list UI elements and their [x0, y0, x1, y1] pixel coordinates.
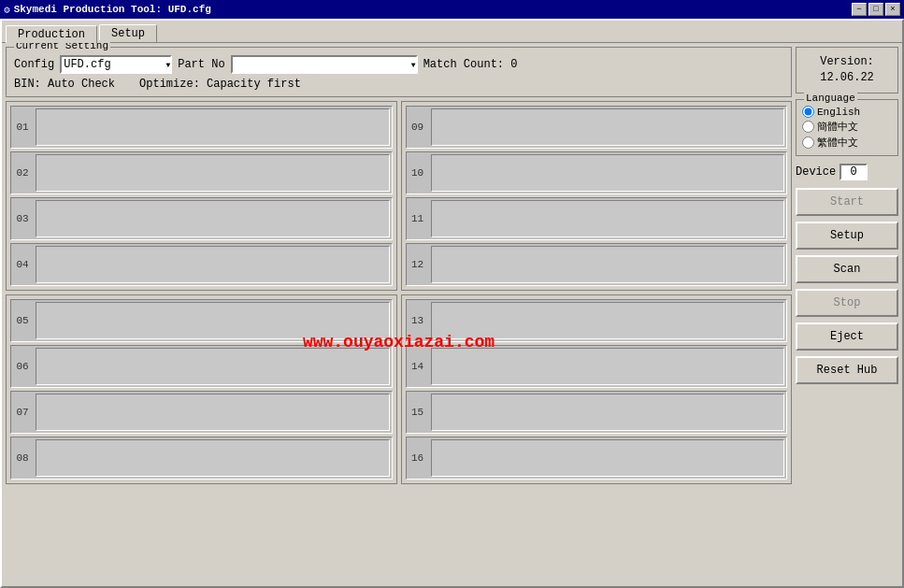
part-no-select[interactable]: [231, 55, 418, 74]
device-row: Device 0: [796, 162, 898, 182]
bin-label: BIN: Auto Check: [14, 78, 115, 91]
content-area: Current Setting Config UFD.cfg Part No: [2, 42, 902, 586]
start-button[interactable]: Start: [796, 188, 898, 216]
device-slot-08: 08: [10, 437, 393, 480]
device-slot-04: 04: [10, 243, 393, 286]
device-slot-14: 14: [406, 345, 788, 388]
part-no-label: Part No: [178, 58, 224, 71]
device-group-1: 01 02 03 04: [6, 101, 397, 291]
title-bar-controls[interactable]: − □ ×: [852, 3, 900, 16]
setting-row-bin: BIN: Auto Check Optimize: Capacity first: [14, 78, 783, 91]
title-bar: ⚙ Skymedi Production Tool: UFD.cfg − □ ×: [0, 0, 904, 19]
left-panel: Current Setting Config UFD.cfg Part No: [6, 47, 792, 582]
close-button[interactable]: ×: [885, 3, 900, 16]
device-slot-12: 12: [406, 243, 788, 286]
radio-simplified[interactable]: 簡體中文: [802, 120, 892, 134]
current-setting-group: Current Setting Config UFD.cfg Part No: [6, 47, 792, 97]
maximize-button[interactable]: □: [868, 3, 883, 16]
match-count: Match Count: 0: [423, 58, 518, 71]
tab-production[interactable]: Production: [6, 25, 97, 43]
device-slot-02: 02: [10, 151, 393, 194]
device-slot-06: 06: [10, 345, 393, 388]
config-label: Config: [14, 58, 54, 71]
version-number: 12.06.22: [820, 70, 874, 86]
device-grid: www.ouyaoxiazai.com 01 02 03: [6, 101, 792, 582]
tab-bar: Production Setup: [2, 21, 902, 42]
right-panel: Version: 12.06.22 Language English 簡體中文 …: [796, 47, 898, 582]
device-slot-05: 05: [10, 299, 393, 342]
title-bar-text: ⚙ Skymedi Production Tool: UFD.cfg: [4, 4, 211, 16]
radio-english-label: English: [817, 107, 860, 118]
eject-button[interactable]: Eject: [796, 323, 898, 351]
setup-button[interactable]: Setup: [796, 222, 898, 250]
device-slot-03: 03: [10, 197, 393, 240]
version-label: Version:: [820, 54, 874, 70]
device-slot-07: 07: [10, 391, 393, 434]
app-title: Skymedi Production Tool: UFD.cfg: [14, 4, 211, 15]
stop-button[interactable]: Stop: [796, 289, 898, 317]
radio-english[interactable]: English: [802, 106, 892, 118]
device-slot-16: 16: [406, 437, 788, 480]
device-slot-10: 10: [406, 151, 788, 194]
device-group-4: 13 14 15 16: [401, 294, 793, 484]
main-window: Production Setup Current Setting Config …: [0, 19, 904, 588]
setting-row-config: Config UFD.cfg Part No Match Count: 0: [14, 55, 783, 74]
language-group-label: Language: [804, 93, 857, 104]
device-slot-15: 15: [406, 391, 788, 434]
device-group-2: 05 06 07 08: [6, 294, 397, 484]
minimize-button[interactable]: −: [852, 3, 867, 16]
device-slot-09: 09: [406, 106, 788, 149]
config-select[interactable]: UFD.cfg: [60, 55, 172, 74]
device-slot-01: 01: [10, 106, 393, 149]
device-value: 0: [839, 164, 868, 180]
device-label: Device: [796, 165, 836, 179]
config-select-wrapper: UFD.cfg: [60, 55, 172, 74]
app-icon: ⚙: [4, 4, 10, 16]
version-box: Version: 12.06.22: [796, 47, 898, 93]
radio-simplified-label: 簡體中文: [817, 120, 858, 134]
scan-button[interactable]: Scan: [796, 255, 898, 283]
device-group-3: 09 10 11 12: [401, 101, 793, 291]
radio-traditional-label: 繁體中文: [817, 136, 858, 150]
optimize-label: Optimize: Capacity first: [139, 78, 301, 91]
radio-traditional[interactable]: 繁體中文: [802, 136, 892, 150]
device-slot-11: 11: [406, 197, 788, 240]
reset-hub-button[interactable]: Reset Hub: [796, 356, 898, 384]
part-no-select-wrapper: [231, 55, 418, 74]
device-slot-13: 13: [406, 299, 788, 342]
language-group: Language English 簡體中文 繁體中文: [796, 99, 898, 156]
